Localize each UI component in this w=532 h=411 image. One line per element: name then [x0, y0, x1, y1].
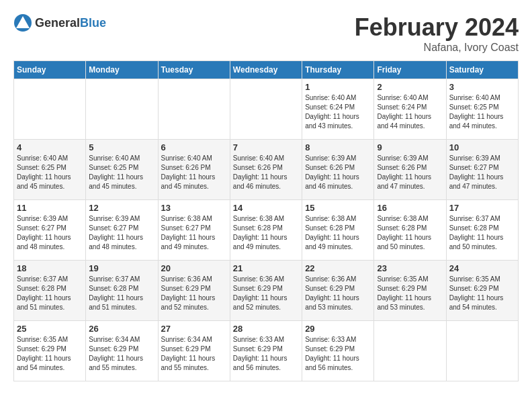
- table-row: 12Sunrise: 6:39 AM Sunset: 6:27 PM Dayli…: [86, 200, 158, 261]
- day-info: Sunrise: 6:36 AM Sunset: 6:29 PM Dayligh…: [161, 275, 227, 312]
- logo-blue: Blue: [80, 16, 106, 30]
- table-row: 24Sunrise: 6:35 AM Sunset: 6:29 PM Dayli…: [446, 261, 518, 321]
- day-number: 18: [17, 263, 83, 273]
- day-number: 28: [233, 324, 299, 334]
- day-number: 4: [17, 142, 83, 152]
- week-row-2: 11Sunrise: 6:39 AM Sunset: 6:27 PM Dayli…: [14, 200, 519, 261]
- col-tuesday: Tuesday: [158, 61, 230, 79]
- day-info: Sunrise: 6:40 AM Sunset: 6:25 PM Dayligh…: [449, 93, 515, 131]
- day-number: 16: [377, 203, 443, 213]
- day-number: 21: [233, 263, 299, 273]
- table-row: 10Sunrise: 6:39 AM Sunset: 6:27 PM Dayli…: [446, 140, 518, 200]
- table-row: 9Sunrise: 6:39 AM Sunset: 6:26 PM Daylig…: [374, 140, 446, 200]
- week-row-1: 4Sunrise: 6:40 AM Sunset: 6:25 PM Daylig…: [14, 140, 519, 200]
- table-row: [86, 79, 158, 140]
- day-number: 17: [449, 203, 515, 213]
- month-year: February 2024: [355, 13, 519, 42]
- calendar-table: Sunday Monday Tuesday Wednesday Thursday…: [13, 60, 519, 381]
- day-number: 8: [305, 142, 371, 152]
- day-info: Sunrise: 6:39 AM Sunset: 6:26 PM Dayligh…: [305, 154, 371, 191]
- week-row-0: 1Sunrise: 6:40 AM Sunset: 6:24 PM Daylig…: [14, 79, 519, 140]
- calendar-body: 1Sunrise: 6:40 AM Sunset: 6:24 PM Daylig…: [14, 79, 519, 381]
- col-wednesday: Wednesday: [230, 61, 302, 79]
- day-info: Sunrise: 6:40 AM Sunset: 6:26 PM Dayligh…: [161, 154, 227, 191]
- table-row: 6Sunrise: 6:40 AM Sunset: 6:26 PM Daylig…: [158, 140, 230, 200]
- day-number: 19: [89, 263, 154, 273]
- table-row: 26Sunrise: 6:34 AM Sunset: 6:29 PM Dayli…: [86, 321, 158, 381]
- table-row: 13Sunrise: 6:38 AM Sunset: 6:27 PM Dayli…: [158, 200, 230, 261]
- table-row: 7Sunrise: 6:40 AM Sunset: 6:26 PM Daylig…: [230, 140, 302, 200]
- table-row: 19Sunrise: 6:37 AM Sunset: 6:28 PM Dayli…: [86, 261, 158, 321]
- day-info: Sunrise: 6:35 AM Sunset: 6:29 PM Dayligh…: [449, 275, 515, 312]
- day-number: 25: [17, 324, 83, 334]
- day-number: 20: [161, 263, 227, 273]
- table-row: 14Sunrise: 6:38 AM Sunset: 6:28 PM Dayli…: [230, 200, 302, 261]
- day-info: Sunrise: 6:35 AM Sunset: 6:29 PM Dayligh…: [17, 335, 83, 373]
- day-info: Sunrise: 6:38 AM Sunset: 6:28 PM Dayligh…: [233, 214, 299, 252]
- day-number: 27: [161, 324, 227, 334]
- logo-icon: [13, 13, 32, 32]
- calendar-header: Sunday Monday Tuesday Wednesday Thursday…: [14, 61, 519, 79]
- day-info: Sunrise: 6:36 AM Sunset: 6:29 PM Dayligh…: [233, 275, 299, 312]
- day-info: Sunrise: 6:38 AM Sunset: 6:27 PM Dayligh…: [161, 214, 227, 252]
- table-row: [14, 79, 86, 140]
- day-info: Sunrise: 6:39 AM Sunset: 6:27 PM Dayligh…: [449, 154, 515, 191]
- day-info: Sunrise: 6:39 AM Sunset: 6:26 PM Dayligh…: [377, 154, 443, 191]
- table-row: 25Sunrise: 6:35 AM Sunset: 6:29 PM Dayli…: [14, 321, 86, 381]
- day-info: Sunrise: 6:33 AM Sunset: 6:29 PM Dayligh…: [233, 335, 299, 373]
- day-info: Sunrise: 6:33 AM Sunset: 6:29 PM Dayligh…: [305, 335, 371, 373]
- day-number: 12: [89, 203, 154, 213]
- day-number: 10: [449, 142, 515, 152]
- table-row: [374, 321, 446, 381]
- table-row: 11Sunrise: 6:39 AM Sunset: 6:27 PM Dayli…: [14, 200, 86, 261]
- day-info: Sunrise: 6:35 AM Sunset: 6:29 PM Dayligh…: [377, 275, 443, 312]
- col-sunday: Sunday: [14, 61, 86, 79]
- table-row: 4Sunrise: 6:40 AM Sunset: 6:25 PM Daylig…: [14, 140, 86, 200]
- col-saturday: Saturday: [446, 61, 518, 79]
- day-info: Sunrise: 6:38 AM Sunset: 6:28 PM Dayligh…: [377, 214, 443, 252]
- table-row: 22Sunrise: 6:36 AM Sunset: 6:29 PM Dayli…: [302, 261, 374, 321]
- day-number: 15: [305, 203, 371, 213]
- table-row: [446, 321, 518, 381]
- col-monday: Monday: [86, 61, 158, 79]
- table-row: 2Sunrise: 6:40 AM Sunset: 6:24 PM Daylig…: [374, 79, 446, 140]
- table-row: 8Sunrise: 6:39 AM Sunset: 6:26 PM Daylig…: [302, 140, 374, 200]
- day-info: Sunrise: 6:38 AM Sunset: 6:28 PM Dayligh…: [305, 214, 371, 252]
- table-row: 20Sunrise: 6:36 AM Sunset: 6:29 PM Dayli…: [158, 261, 230, 321]
- table-row: 23Sunrise: 6:35 AM Sunset: 6:29 PM Dayli…: [374, 261, 446, 321]
- week-row-3: 18Sunrise: 6:37 AM Sunset: 6:28 PM Dayli…: [14, 261, 519, 321]
- day-number: 14: [233, 203, 299, 213]
- day-number: 11: [17, 203, 83, 213]
- day-number: 22: [305, 263, 371, 273]
- col-friday: Friday: [374, 61, 446, 79]
- table-row: 29Sunrise: 6:33 AM Sunset: 6:29 PM Dayli…: [302, 321, 374, 381]
- header-row: Sunday Monday Tuesday Wednesday Thursday…: [14, 61, 519, 79]
- day-number: 13: [161, 203, 227, 213]
- table-row: 5Sunrise: 6:40 AM Sunset: 6:25 PM Daylig…: [86, 140, 158, 200]
- day-info: Sunrise: 6:36 AM Sunset: 6:29 PM Dayligh…: [305, 275, 371, 312]
- location: Nafana, Ivory Coast: [355, 42, 519, 54]
- table-row: [158, 79, 230, 140]
- table-row: 17Sunrise: 6:37 AM Sunset: 6:28 PM Dayli…: [446, 200, 518, 261]
- day-number: 24: [449, 263, 515, 273]
- day-number: 5: [89, 142, 154, 152]
- day-info: Sunrise: 6:40 AM Sunset: 6:26 PM Dayligh…: [233, 154, 299, 191]
- day-info: Sunrise: 6:34 AM Sunset: 6:29 PM Dayligh…: [89, 335, 154, 373]
- title-area: February 2024 Nafana, Ivory Coast: [355, 13, 519, 54]
- day-info: Sunrise: 6:40 AM Sunset: 6:24 PM Dayligh…: [305, 93, 371, 131]
- day-info: Sunrise: 6:34 AM Sunset: 6:29 PM Dayligh…: [161, 335, 227, 373]
- day-info: Sunrise: 6:39 AM Sunset: 6:27 PM Dayligh…: [89, 214, 154, 252]
- table-row: 27Sunrise: 6:34 AM Sunset: 6:29 PM Dayli…: [158, 321, 230, 381]
- day-number: 29: [305, 324, 371, 334]
- col-thursday: Thursday: [302, 61, 374, 79]
- day-number: 3: [449, 82, 515, 92]
- table-row: 18Sunrise: 6:37 AM Sunset: 6:28 PM Dayli…: [14, 261, 86, 321]
- day-number: 2: [377, 82, 443, 92]
- day-info: Sunrise: 6:37 AM Sunset: 6:28 PM Dayligh…: [17, 275, 83, 312]
- day-number: 26: [89, 324, 154, 334]
- week-row-4: 25Sunrise: 6:35 AM Sunset: 6:29 PM Dayli…: [14, 321, 519, 381]
- header: GeneralBlue February 2024 Nafana, Ivory …: [13, 13, 519, 54]
- day-info: Sunrise: 6:37 AM Sunset: 6:28 PM Dayligh…: [449, 214, 515, 252]
- day-info: Sunrise: 6:39 AM Sunset: 6:27 PM Dayligh…: [17, 214, 83, 252]
- day-number: 1: [305, 82, 371, 92]
